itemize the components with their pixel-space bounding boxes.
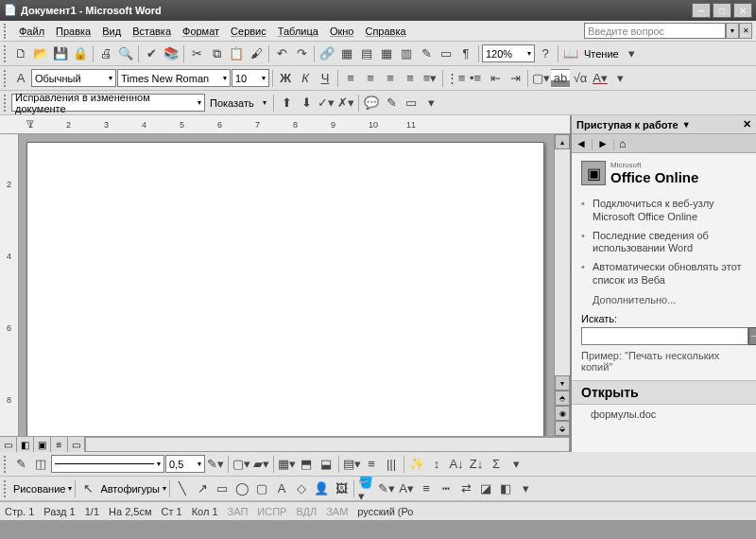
- equation-button[interactable]: √α: [571, 69, 590, 88]
- distribute-rows-button[interactable]: ≡: [362, 455, 381, 474]
- new-button[interactable]: 🗋: [11, 44, 30, 63]
- fill-color-button[interactable]: 🪣▾: [357, 479, 376, 498]
- autoshapes-menu[interactable]: Автофигуры: [98, 483, 162, 495]
- style-combo[interactable]: Обычный▾: [31, 69, 116, 87]
- insert-table-button[interactable]: ▤: [357, 44, 376, 63]
- maximize-button[interactable]: □: [713, 3, 731, 18]
- prev-change-button[interactable]: ⬆: [277, 94, 296, 113]
- align-left-button[interactable]: ≡: [341, 69, 360, 88]
- next-change-button[interactable]: ⬇: [297, 94, 316, 113]
- dash-style-button[interactable]: ┅: [437, 479, 455, 498]
- bullets-button[interactable]: •≡: [466, 69, 485, 88]
- toolbar-options-button[interactable]: ▾: [516, 479, 535, 498]
- border-color-button[interactable]: ✎▾: [206, 455, 225, 474]
- outside-border-button[interactable]: ▢▾: [232, 455, 250, 474]
- tp-link-more[interactable]: Дополнительно...: [581, 290, 747, 305]
- taskpane-dropdown-icon[interactable]: ▼: [682, 120, 691, 130]
- prev-page-button[interactable]: ⬘: [555, 391, 570, 406]
- normal-view-button[interactable]: ▭: [0, 437, 17, 452]
- scroll-down-button[interactable]: ▾: [555, 375, 570, 391]
- menu-help[interactable]: Справка: [359, 24, 411, 39]
- grip-icon[interactable]: [4, 70, 9, 87]
- search-go-button[interactable]: →: [748, 327, 756, 345]
- select-objects-button[interactable]: ↖: [78, 479, 97, 498]
- font-color-button[interactable]: A▾: [397, 479, 416, 498]
- vertical-scrollbar[interactable]: ▴ ▾ ⬘ ◉ ⬙: [554, 134, 570, 436]
- menu-view[interactable]: Вид: [96, 24, 127, 39]
- font-size-combo[interactable]: 10▾: [232, 69, 269, 87]
- reading-label[interactable]: Чтение: [581, 48, 622, 60]
- styles-task-button[interactable]: A: [11, 69, 30, 88]
- autosum-button[interactable]: Σ: [487, 455, 506, 474]
- print-button[interactable]: 🖨: [96, 44, 115, 63]
- line-color-button[interactable]: ✎▾: [377, 479, 396, 498]
- home-button[interactable]: ⌂: [619, 137, 626, 150]
- show-nonprint-button[interactable]: ¶: [456, 44, 475, 63]
- format-painter-button[interactable]: 🖌: [247, 44, 266, 63]
- merge-cells-button[interactable]: ⬒: [297, 455, 316, 474]
- scroll-up-button[interactable]: ▴: [555, 134, 570, 149]
- reviewing-pane-button[interactable]: ▭: [402, 94, 421, 113]
- forward-button[interactable]: ►: [597, 137, 609, 150]
- clipart-button[interactable]: 👤: [312, 479, 331, 498]
- research-button[interactable]: 📚: [162, 44, 180, 63]
- docmap-button[interactable]: ▭: [437, 44, 455, 63]
- permissions-button[interactable]: 🔒: [71, 44, 90, 63]
- menu-insert[interactable]: Вставка: [127, 24, 177, 39]
- line-spacing-button[interactable]: ≡▾: [421, 69, 439, 88]
- close-button[interactable]: ✕: [733, 3, 752, 18]
- align-center-button[interactable]: ≡: [361, 69, 380, 88]
- justify-button[interactable]: ≡: [401, 69, 420, 88]
- menu-table[interactable]: Таблица: [272, 24, 324, 39]
- bold-button[interactable]: Ж: [276, 69, 295, 88]
- line-style-combo[interactable]: ▾: [51, 455, 164, 473]
- next-page-button[interactable]: ⬙: [555, 421, 570, 436]
- shadow-button[interactable]: ◪: [476, 479, 495, 498]
- spelling-button[interactable]: ✔: [142, 44, 161, 63]
- distribute-cols-button[interactable]: |||: [382, 455, 401, 474]
- redo-button[interactable]: ↷: [292, 44, 311, 63]
- tp-link-autoupdate[interactable]: Автоматически обновлять этот список из В…: [581, 258, 747, 290]
- grip-icon[interactable]: [4, 45, 9, 62]
- arrow-style-button[interactable]: ⇄: [456, 479, 475, 498]
- align-right-button[interactable]: ≡: [381, 69, 400, 88]
- reading-layout-icon[interactable]: 📖: [561, 44, 580, 63]
- outline-view-button[interactable]: ≡: [51, 437, 68, 452]
- status-ext[interactable]: ВДЛ: [296, 506, 317, 517]
- status-ovr[interactable]: ЗАМ: [326, 506, 348, 517]
- numbering-button[interactable]: ⋮≡: [446, 69, 465, 88]
- line-weight-combo[interactable]: 0,5▾: [165, 455, 205, 473]
- print-preview-button[interactable]: 🔍: [116, 44, 135, 63]
- indent-marker-icon[interactable]: ▽: [26, 118, 34, 129]
- eraser-button[interactable]: ◫: [31, 455, 50, 474]
- italic-button[interactable]: К: [296, 69, 315, 88]
- diagram-button[interactable]: ◇: [292, 479, 311, 498]
- display-for-review-combo[interactable]: Исправления в измененном документе▾: [11, 94, 205, 112]
- menu-format[interactable]: Формат: [177, 24, 225, 39]
- grip-icon[interactable]: [4, 480, 9, 497]
- cut-button[interactable]: ✂: [187, 44, 206, 63]
- text-direction-button[interactable]: ↕: [427, 455, 446, 474]
- paste-button[interactable]: 📋: [227, 44, 246, 63]
- shading-color-button[interactable]: ▰▾: [251, 455, 270, 474]
- recent-file-link[interactable]: формулы.doc: [581, 405, 747, 420]
- save-button[interactable]: 💾: [51, 44, 70, 63]
- line-style-button[interactable]: ≡: [417, 479, 436, 498]
- menu-tools[interactable]: Сервис: [225, 24, 272, 39]
- excel-button[interactable]: ▦: [377, 44, 396, 63]
- track-changes-button[interactable]: ✎: [382, 94, 401, 113]
- font-combo[interactable]: Times New Roman▾: [117, 69, 231, 87]
- rectangle-button[interactable]: ▭: [213, 479, 232, 498]
- menu-file[interactable]: Файл: [13, 24, 50, 39]
- hyperlink-button[interactable]: 🔗: [318, 44, 336, 63]
- horizontal-scrollbar[interactable]: [85, 437, 570, 452]
- insert-table-btn[interactable]: ▦▾: [277, 455, 296, 474]
- underline-button[interactable]: Ч: [316, 69, 335, 88]
- grip-icon[interactable]: [4, 95, 9, 112]
- show-menu[interactable]: Показать▾: [206, 94, 270, 112]
- status-language[interactable]: русский (Ро: [357, 506, 413, 517]
- document-page[interactable]: [26, 142, 544, 436]
- horizontal-ruler[interactable]: ▽ 1 2 3 4 5 6 7 8 9 10 11: [0, 115, 570, 134]
- insert-comment-button[interactable]: 💬: [362, 94, 381, 113]
- print-layout-button[interactable]: ▣: [34, 437, 51, 452]
